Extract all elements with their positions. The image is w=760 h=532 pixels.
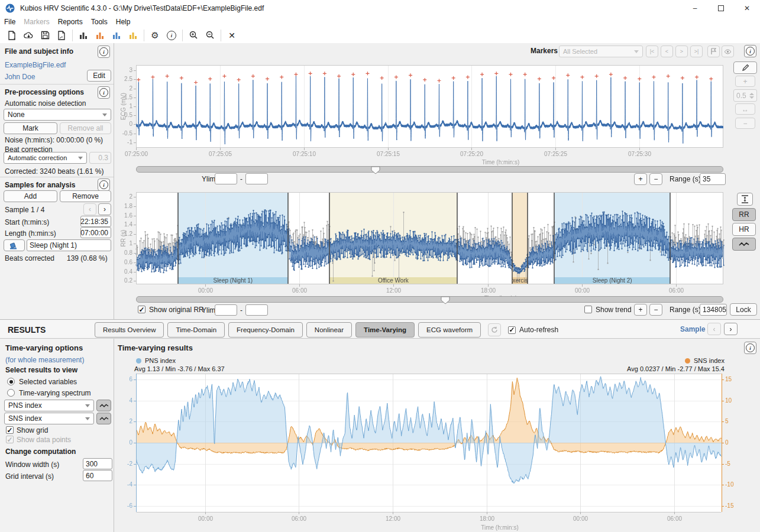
zoom-in-icon[interactable] [186, 29, 201, 42]
radio-tv-spectrum[interactable] [7, 389, 15, 397]
menu-tools[interactable]: Tools [87, 18, 112, 26]
marker-next-button: > [675, 46, 688, 57]
report-orange-icon[interactable] [92, 29, 108, 42]
variable1-dropdown[interactable]: PNS index [4, 400, 94, 411]
report-dark-icon[interactable] [76, 29, 91, 42]
change-computation-label: Change computation [5, 447, 76, 456]
toolbar: ⚙ i ✕ [0, 27, 760, 44]
filename-link[interactable]: ExampleBigFile.edf [5, 61, 66, 69]
settings-gear-icon[interactable]: ⚙ [147, 29, 163, 42]
sample-name-field[interactable]: Sleep (Night 1) [27, 239, 111, 251]
zoom-out-icon[interactable] [202, 29, 218, 42]
sample-color-dropdown[interactable] [4, 239, 25, 251]
maximize-button[interactable] [708, 0, 734, 17]
marker-prev-button: < [661, 46, 673, 57]
noise-detection-dropdown[interactable]: None [4, 109, 111, 121]
grid-interval-field[interactable]: 60 [83, 470, 112, 481]
tab-results-overview[interactable]: Results Overview [95, 322, 164, 338]
tab-time-varying[interactable]: Time-Varying [355, 322, 415, 338]
tab-nonlinear[interactable]: Nonlinear [306, 322, 352, 338]
ecg-ylim-min-field[interactable] [215, 173, 237, 184]
marker-first-button: |< [646, 46, 658, 57]
mark-noise-button[interactable]: Mark [4, 122, 57, 134]
add-marker-flag-icon [707, 46, 720, 57]
markers-label: Markers [531, 47, 558, 55]
sample-start-label: Start (h:min:s) [5, 218, 49, 226]
show-trend-checkbox[interactable]: ✓ [584, 306, 592, 313]
rr-range-field[interactable]: 134805 [700, 304, 727, 316]
hr-view-button[interactable]: HR [732, 223, 756, 236]
tv-chart[interactable] [114, 355, 760, 532]
menu-help[interactable]: Help [112, 18, 135, 26]
show-original-rr-checkbox[interactable]: ✓ [138, 306, 145, 313]
auto-refresh-checkbox[interactable]: ✓ [508, 326, 516, 334]
spinner-down-icon [749, 96, 754, 99]
beats-corrected-value: 139 (0.68 %) [67, 254, 108, 262]
report-blue-icon[interactable] [109, 29, 124, 42]
minimize-button[interactable]: – [682, 0, 708, 17]
radio-tv-spectrum-label: Time-varying spectrum [19, 389, 91, 397]
rr-chart[interactable] [114, 187, 735, 298]
open-cloud-icon[interactable] [21, 29, 36, 42]
rr-scroll-slider[interactable] [136, 296, 723, 303]
ecg-chart[interactable] [114, 57, 735, 167]
variable2-dropdown[interactable]: SNS index [4, 413, 94, 424]
show-grid-label: Show grid [17, 426, 48, 434]
rr-zoom-out-button[interactable]: − [649, 304, 662, 316]
file-info-help-button[interactable]: i [98, 46, 110, 58]
waveform-view-button[interactable] [732, 238, 756, 251]
ecg-scroll-slider[interactable] [136, 166, 723, 173]
pencil-icon [742, 64, 749, 72]
rr-ylim-min-field[interactable] [215, 304, 237, 316]
about-info-icon[interactable]: i [164, 29, 179, 42]
rr-slider-thumb[interactable] [441, 296, 450, 304]
ecg-zoom-in-button[interactable]: + [634, 173, 647, 185]
next-sample-button[interactable]: › [98, 203, 111, 215]
signal-help-button[interactable]: i [744, 45, 756, 57]
rr-zoom-in-button[interactable]: + [634, 304, 647, 316]
sample-length-field[interactable]: 07:00:00 [80, 227, 111, 238]
beat-correction-dropdown[interactable]: Automatic correction [4, 152, 87, 164]
results-sample-label: Sample 1 [680, 325, 712, 333]
rr-view-button[interactable]: RR [732, 208, 756, 221]
close-button[interactable]: ✕ [734, 0, 760, 17]
menu-file[interactable]: File [0, 18, 20, 26]
tv-results-help-button[interactable]: i [744, 342, 756, 354]
rr-ylim-dash: - [240, 306, 242, 314]
fit-vertical-button[interactable] [737, 193, 753, 206]
tv-results-title: Time-varying results [118, 343, 193, 352]
remove-sample-button[interactable]: Remove [60, 190, 111, 202]
menu-bar: File Markers Reports Tools Help [0, 17, 760, 27]
menu-reports[interactable]: Reports [54, 18, 87, 26]
results-next-sample-button[interactable]: › [724, 323, 738, 335]
show-grid-checkbox[interactable]: ✓ [6, 426, 14, 434]
tab-frequency-domain[interactable]: Frequency-Domain [228, 322, 303, 338]
samples-help-button[interactable]: i [98, 179, 110, 191]
rr-ylim-max-field[interactable] [245, 304, 268, 316]
new-file-icon[interactable] [4, 29, 20, 42]
tv-options-subtitle: (for whole measurement) [5, 356, 84, 364]
save-icon[interactable] [37, 29, 53, 42]
add-sample-button[interactable]: Add [4, 190, 57, 202]
variable2-plot-button[interactable] [96, 413, 111, 424]
window-width-field[interactable]: 300 [83, 458, 112, 469]
preprocessing-help-button[interactable]: i [98, 86, 110, 99]
ecg-ylim-max-field[interactable] [245, 173, 268, 184]
refresh-results-button [488, 323, 501, 336]
close-file-icon[interactable]: ✕ [224, 29, 240, 42]
edit-beats-pencil-button[interactable] [733, 61, 757, 74]
ecg-range-label: Range (s) [670, 175, 701, 183]
radio-selected-variables[interactable] [7, 378, 15, 385]
subject-link[interactable]: John Doe [5, 73, 35, 81]
sample-start-field[interactable]: 22:18:35 [80, 216, 111, 227]
ecg-slider-thumb[interactable] [371, 166, 380, 174]
edit-subject-button[interactable]: Edit [87, 70, 111, 82]
ecg-zoom-out-button[interactable]: − [649, 173, 662, 185]
report-yellow-icon[interactable] [125, 29, 141, 42]
variable1-plot-button[interactable] [96, 400, 111, 411]
tab-time-domain[interactable]: Time-Domain [167, 322, 225, 338]
tab-ecg-waveform[interactable]: ECG waveform [418, 322, 481, 338]
ecg-range-field[interactable]: 35 [700, 173, 726, 185]
export-file-icon[interactable] [54, 29, 69, 42]
lock-range-button[interactable]: Lock [730, 303, 757, 316]
